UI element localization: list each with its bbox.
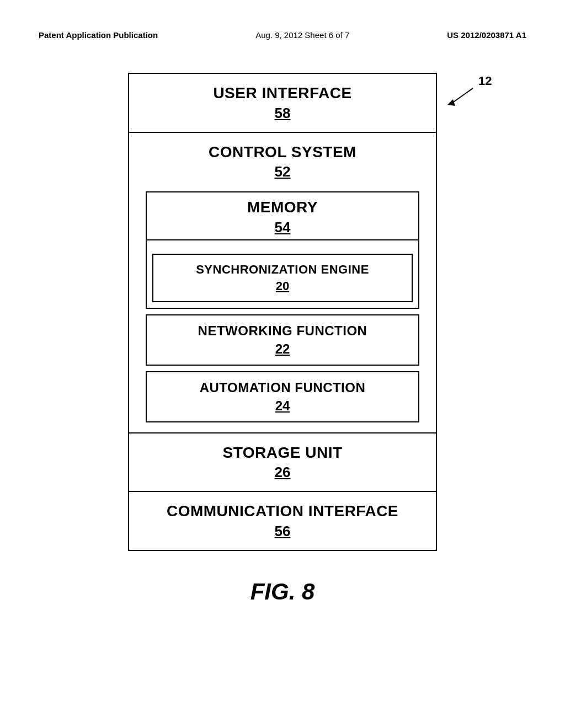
date-sheet-label: Aug. 9, 2012 Sheet 6 of 7 bbox=[255, 30, 349, 40]
diagram-area: USER INTERFACE 58 CONTROL SYSTEM 52 MEMO… bbox=[0, 51, 565, 551]
user-interface-block: USER INTERFACE 58 bbox=[129, 74, 436, 133]
svg-marker-2 bbox=[447, 99, 455, 106]
reference-arrow-svg: 12 bbox=[441, 73, 507, 106]
figure-label: FIG. 8 bbox=[250, 579, 315, 605]
memory-title: MEMORY bbox=[247, 198, 318, 217]
control-system-header: CONTROL SYSTEM 52 bbox=[129, 133, 436, 186]
communication-interface-title: COMMUNICATION INTERFACE bbox=[167, 502, 398, 521]
control-system-block: CONTROL SYSTEM 52 MEMORY 54 SYNCHRONIZAT… bbox=[129, 133, 436, 433]
networking-function-title: NETWORKING FUNCTION bbox=[198, 323, 367, 339]
storage-unit-block: STORAGE UNIT 26 bbox=[129, 433, 436, 493]
page-header: Patent Application Publication Aug. 9, 2… bbox=[0, 0, 565, 51]
automation-function-title: AUTOMATION FUNCTION bbox=[200, 380, 366, 396]
sync-engine-title: SYNCHRONIZATION ENGINE bbox=[196, 263, 369, 277]
user-interface-number: 58 bbox=[275, 105, 291, 122]
patent-number-label: US 2012/0203871 A1 bbox=[447, 30, 526, 40]
networking-function-number: 22 bbox=[275, 341, 290, 357]
publication-label: Patent Application Publication bbox=[39, 30, 158, 40]
sync-engine-inner: SYNCHRONIZATION ENGINE 20 bbox=[147, 240, 418, 308]
automation-function-number: 24 bbox=[275, 398, 290, 414]
reference-arrow-container: 12 bbox=[441, 73, 507, 108]
storage-unit-title: STORAGE UNIT bbox=[222, 443, 342, 462]
networking-function-block: NETWORKING FUNCTION 22 bbox=[146, 314, 419, 366]
control-system-title: CONTROL SYSTEM bbox=[209, 143, 356, 162]
storage-unit-number: 26 bbox=[275, 464, 291, 481]
control-system-number: 52 bbox=[275, 163, 291, 180]
svg-line-1 bbox=[452, 88, 473, 103]
figure-label-area: FIG. 8 bbox=[0, 551, 565, 622]
svg-text:12: 12 bbox=[478, 74, 492, 88]
communication-interface-block: COMMUNICATION INTERFACE 56 bbox=[129, 492, 436, 550]
synchronization-engine-block: SYNCHRONIZATION ENGINE 20 bbox=[152, 254, 413, 302]
automation-function-block: AUTOMATION FUNCTION 24 bbox=[146, 371, 419, 422]
memory-block: MEMORY 54 SYNCHRONIZATION ENGINE 20 bbox=[146, 191, 419, 309]
communication-interface-number: 56 bbox=[275, 523, 291, 540]
user-interface-title: USER INTERFACE bbox=[213, 84, 351, 103]
memory-number: 54 bbox=[275, 219, 291, 236]
memory-header: MEMORY 54 bbox=[147, 192, 418, 240]
sync-engine-number: 20 bbox=[276, 279, 289, 293]
main-diagram-box: USER INTERFACE 58 CONTROL SYSTEM 52 MEMO… bbox=[128, 73, 437, 551]
inner-blocks-area: MEMORY 54 SYNCHRONIZATION ENGINE 20 NETW… bbox=[129, 186, 436, 432]
